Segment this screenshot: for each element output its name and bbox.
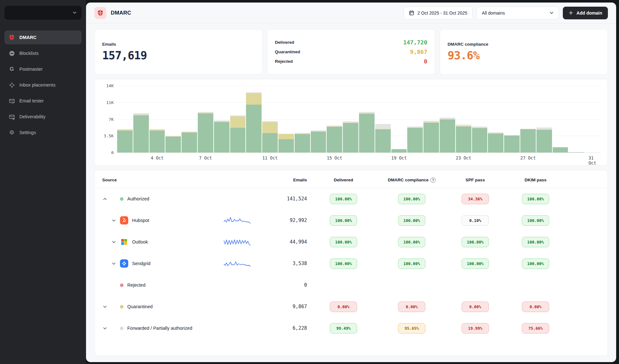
source-name: Forwarded / Partially authorized [127, 326, 192, 331]
chart-bar[interactable] [584, 86, 601, 153]
topbar: DMARC 2 Oct 2025 - 31 Oct 2025 All domai… [86, 3, 616, 23]
bar-segment [391, 149, 407, 153]
table-row[interactable]: Rejected 0 [95, 274, 608, 296]
delivered-value: 147,720 [403, 39, 427, 46]
chart-bar[interactable] [375, 86, 391, 153]
chart-bar[interactable] [472, 86, 488, 153]
calendar-icon [409, 10, 414, 16]
sources-table: Source Emails Delivered DMARC compliance… [94, 170, 608, 356]
chart-bar[interactable] [536, 86, 552, 153]
chart-bar[interactable] [149, 86, 165, 153]
table-header: Source Emails Delivered DMARC compliance… [95, 172, 608, 188]
col-emails: Emails [264, 178, 307, 182]
table-body: Authorized 141,524 100.00% 100.00% 34.36… [95, 188, 608, 339]
help-icon[interactable]: ? [430, 178, 436, 183]
chevron-down-icon[interactable] [111, 218, 116, 223]
percent-badge: 0.00% [330, 302, 357, 312]
bar-segment [536, 130, 552, 153]
sidebar-item-label: Blocklists [19, 51, 38, 56]
source-name: Sendgrid [132, 261, 150, 266]
sidebar-item-deliverability[interactable]: Deliverability [4, 110, 82, 124]
chart-plot [117, 86, 601, 153]
y-tick-label: 11K [106, 100, 114, 105]
chart-bar[interactable] [552, 86, 569, 153]
bar-segment [520, 129, 536, 153]
chart-y-labels: 14K11K7K3.5K0 [100, 86, 117, 153]
chart-bar[interactable] [230, 86, 246, 153]
add-domain-button[interactable]: Add domain [563, 7, 608, 19]
date-range-picker[interactable]: 2 Oct 2025 - 31 Oct 2025 [403, 7, 473, 19]
y-tick-label: 14K [106, 83, 114, 88]
chevron-down-icon[interactable] [102, 326, 108, 331]
sparkline-chart [224, 237, 250, 247]
sidebar-item-label: Email tester [19, 98, 44, 103]
chart-bar[interactable] [278, 86, 294, 153]
chart-bar[interactable] [246, 86, 262, 153]
table-row[interactable]: Quarantined 9,867 0.00% 0.00% 0.00% 0.00… [95, 296, 608, 317]
chart-bar[interactable] [294, 86, 310, 153]
plus-icon [569, 10, 573, 15]
x-tick-label: 15 Oct [327, 155, 342, 160]
x-tick-label: 31 Oct [589, 155, 596, 166]
table-row[interactable]: Outlook 44,994 100.00% 100.00% 100.00% 1… [95, 231, 608, 253]
table-row[interactable]: Hubspot 92,992 100.00% 100.00% 0.10% 100… [95, 210, 608, 231]
percent-badge: 34.36% [462, 194, 489, 204]
table-row[interactable]: Sendgrid 3,538 100.00% 100.00% 100.00% 1… [95, 253, 608, 274]
emails-value: 157,619 [102, 49, 255, 62]
chart-bar[interactable] [423, 86, 439, 153]
chevron-down-icon[interactable] [102, 304, 108, 309]
col-dmarc-compliance: DMARC compliance ? [380, 178, 443, 183]
bar-segment [214, 122, 230, 153]
sidebar-item-label: DMARC [19, 35, 37, 40]
chart-bar[interactable] [117, 86, 133, 153]
chart-bar[interactable] [391, 86, 407, 153]
bar-segment [295, 134, 310, 153]
blocklist-icon [8, 50, 15, 57]
source-name: Outlook [132, 239, 148, 244]
domain-filter-select[interactable]: All domains [476, 7, 559, 19]
chart-bar[interactable] [407, 86, 423, 153]
chart-bar[interactable] [488, 86, 504, 153]
chart-bar[interactable] [310, 86, 327, 153]
sidebar-item-postmaster[interactable]: G Postmaster [4, 62, 82, 76]
chart-bar[interactable] [568, 86, 584, 153]
col-dkim-pass: DKIM pass [507, 178, 564, 182]
sparkline-chart [224, 259, 250, 268]
chart-bar[interactable] [165, 86, 181, 153]
delivery-breakdown-card: Delivered 147,720 Quarantined 9,867 Reje… [267, 29, 435, 75]
sidebar-item-settings[interactable]: ⚙ Settings [4, 126, 82, 140]
chart-bar[interactable] [343, 86, 359, 153]
chevron-down-icon[interactable] [111, 239, 116, 245]
chart-bar[interactable] [181, 86, 197, 153]
chart-bar[interactable] [133, 86, 149, 153]
sidebar-item-dmarc[interactable]: DMARC [4, 30, 82, 44]
workspace-switcher[interactable] [4, 6, 82, 20]
chart-bar[interactable] [520, 86, 536, 153]
chart-bar[interactable] [326, 86, 343, 153]
chart-bar[interactable] [262, 86, 278, 153]
x-tick-label: 7 Oct [199, 155, 212, 160]
sidebar-item-inbox-placements[interactable]: Inbox placements [4, 78, 82, 92]
table-row[interactable]: Authorized 141,524 100.00% 100.00% 34.36… [95, 188, 608, 210]
compliance-label: DMARC compliance [448, 42, 600, 47]
email-arrow-icon [8, 113, 15, 120]
chart-bar[interactable] [439, 86, 456, 153]
chart-bar[interactable] [197, 86, 214, 153]
compliance-value: 93.6% [448, 49, 600, 62]
chart-bar[interactable] [504, 86, 520, 153]
gear-icon: ⚙ [8, 129, 15, 136]
bar-segment [198, 114, 213, 153]
table-row[interactable]: Forwarded / Partially authorized 6,228 9… [95, 317, 608, 339]
percent-badge: 95.65% [398, 323, 425, 334]
chart-bar[interactable] [456, 86, 472, 153]
source-name: Authorized [127, 196, 149, 201]
microsoft-outlook-icon [120, 238, 128, 246]
chart-bar[interactable] [214, 86, 230, 153]
chevron-up-icon[interactable] [102, 196, 108, 202]
sidebar-item-email-tester[interactable]: Email tester [4, 94, 82, 108]
sidebar-item-blocklists[interactable]: Blocklists [4, 46, 82, 60]
chart-x-labels: 4 Oct7 Oct11 Oct15 Oct19 Oct23 Oct27 Oct… [117, 153, 601, 162]
chart-bar[interactable] [359, 86, 375, 153]
chevron-down-icon[interactable] [111, 261, 116, 266]
percent-badge: 100.00% [398, 194, 425, 204]
